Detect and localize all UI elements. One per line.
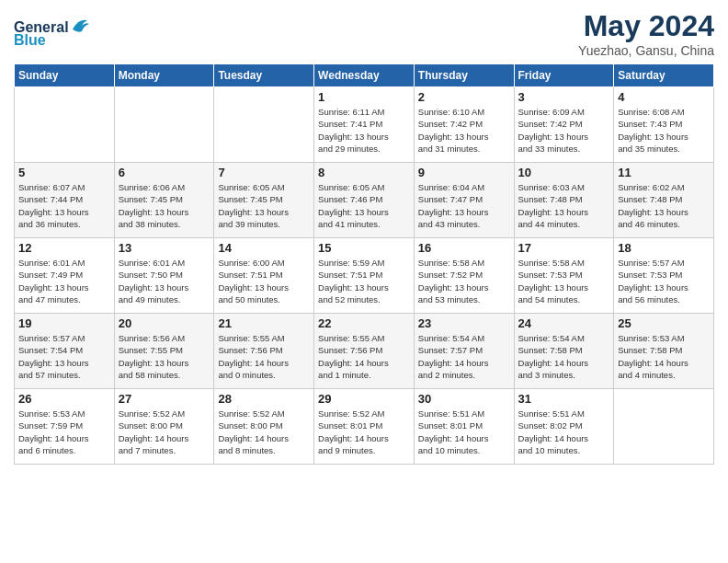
day-info: Sunrise: 5:53 AM Sunset: 7:58 PM Dayligh… (618, 332, 710, 381)
calendar-day-cell: 11Sunrise: 6:02 AM Sunset: 7:48 PM Dayli… (614, 163, 714, 238)
day-info: Sunrise: 6:07 AM Sunset: 7:44 PM Dayligh… (18, 181, 110, 230)
day-info: Sunrise: 5:53 AM Sunset: 7:59 PM Dayligh… (18, 408, 110, 456)
day-number: 21 (218, 316, 310, 330)
calendar-table: Sunday Monday Tuesday Wednesday Thursday… (14, 63, 714, 465)
day-info: Sunrise: 6:05 AM Sunset: 7:46 PM Dayligh… (318, 181, 410, 230)
calendar-day-cell: 30Sunrise: 5:51 AM Sunset: 8:01 PM Dayli… (414, 389, 514, 465)
day-number: 1 (318, 90, 410, 104)
day-number: 13 (119, 241, 210, 255)
day-number: 31 (518, 392, 610, 406)
day-info: Sunrise: 5:55 AM Sunset: 7:56 PM Dayligh… (218, 332, 310, 381)
calendar-week-row: 26Sunrise: 5:53 AM Sunset: 7:59 PM Dayli… (15, 389, 714, 465)
location-subtitle: Yuezhao, Gansu, China (578, 43, 714, 58)
calendar-day-cell: 23Sunrise: 5:54 AM Sunset: 7:57 PM Dayli… (414, 314, 514, 389)
col-tuesday: Tuesday (214, 64, 314, 87)
day-number: 9 (418, 166, 510, 179)
calendar-day-cell (114, 87, 214, 163)
page-container: General Blue May 2024 Yuezhao, Gansu, Ch… (0, 0, 728, 474)
calendar-day-cell: 28Sunrise: 5:52 AM Sunset: 8:00 PM Dayli… (214, 389, 314, 465)
calendar-day-cell: 16Sunrise: 5:58 AM Sunset: 7:52 PM Dayli… (414, 238, 514, 314)
month-title: May 2024 (578, 9, 714, 43)
day-info: Sunrise: 6:02 AM Sunset: 7:48 PM Dayligh… (618, 181, 710, 230)
calendar-day-cell: 1Sunrise: 6:11 AM Sunset: 7:41 PM Daylig… (314, 87, 415, 163)
calendar-day-cell: 4Sunrise: 6:08 AM Sunset: 7:43 PM Daylig… (614, 87, 714, 163)
day-number: 28 (218, 392, 310, 406)
calendar-day-cell: 29Sunrise: 5:52 AM Sunset: 8:01 PM Dayli… (314, 389, 415, 465)
day-info: Sunrise: 5:55 AM Sunset: 7:56 PM Dayligh… (318, 332, 410, 381)
calendar-week-row: 12Sunrise: 6:01 AM Sunset: 7:49 PM Dayli… (15, 238, 714, 314)
calendar-day-cell: 10Sunrise: 6:03 AM Sunset: 7:48 PM Dayli… (514, 163, 614, 238)
day-number: 7 (218, 166, 310, 179)
day-info: Sunrise: 5:52 AM Sunset: 8:01 PM Dayligh… (318, 408, 410, 456)
day-number: 22 (318, 316, 410, 330)
day-info: Sunrise: 5:51 AM Sunset: 8:01 PM Dayligh… (418, 408, 510, 456)
day-info: Sunrise: 5:56 AM Sunset: 7:55 PM Dayligh… (119, 332, 210, 381)
calendar-day-cell: 15Sunrise: 5:59 AM Sunset: 7:51 PM Dayli… (314, 238, 415, 314)
calendar-day-cell: 21Sunrise: 5:55 AM Sunset: 7:56 PM Dayli… (214, 314, 314, 389)
day-info: Sunrise: 6:01 AM Sunset: 7:49 PM Dayligh… (18, 257, 110, 305)
day-info: Sunrise: 6:09 AM Sunset: 7:42 PM Dayligh… (518, 106, 610, 155)
day-info: Sunrise: 6:00 AM Sunset: 7:51 PM Dayligh… (218, 257, 310, 305)
day-info: Sunrise: 5:52 AM Sunset: 8:00 PM Dayligh… (218, 408, 310, 456)
day-number: 25 (618, 316, 710, 330)
calendar-day-cell: 20Sunrise: 5:56 AM Sunset: 7:55 PM Dayli… (114, 314, 214, 389)
day-info: Sunrise: 5:51 AM Sunset: 8:02 PM Dayligh… (518, 408, 610, 456)
calendar-day-cell: 3Sunrise: 6:09 AM Sunset: 7:42 PM Daylig… (514, 87, 614, 163)
calendar-day-cell: 31Sunrise: 5:51 AM Sunset: 8:02 PM Dayli… (514, 389, 614, 465)
day-number: 15 (318, 241, 410, 255)
calendar-day-cell: 27Sunrise: 5:52 AM Sunset: 8:00 PM Dayli… (114, 389, 214, 465)
calendar-day-cell: 22Sunrise: 5:55 AM Sunset: 7:56 PM Dayli… (314, 314, 415, 389)
day-info: Sunrise: 6:10 AM Sunset: 7:42 PM Dayligh… (418, 106, 510, 155)
logo-blue: Blue (14, 32, 46, 49)
col-saturday: Saturday (614, 64, 714, 87)
day-number: 4 (618, 90, 710, 104)
day-number: 19 (18, 316, 110, 330)
col-sunday: Sunday (15, 64, 115, 87)
day-number: 23 (418, 316, 510, 330)
day-info: Sunrise: 5:59 AM Sunset: 7:51 PM Dayligh… (318, 257, 410, 305)
day-info: Sunrise: 5:58 AM Sunset: 7:52 PM Dayligh… (418, 257, 510, 305)
calendar-week-row: 5Sunrise: 6:07 AM Sunset: 7:44 PM Daylig… (15, 163, 714, 238)
calendar-day-cell: 2Sunrise: 6:10 AM Sunset: 7:42 PM Daylig… (414, 87, 514, 163)
day-number: 24 (518, 316, 610, 330)
day-number: 5 (18, 166, 110, 179)
day-info: Sunrise: 6:04 AM Sunset: 7:47 PM Dayligh… (418, 181, 510, 230)
col-monday: Monday (114, 64, 214, 87)
day-number: 20 (119, 316, 210, 330)
day-number: 10 (518, 166, 610, 179)
calendar-day-cell (614, 389, 714, 465)
calendar-day-cell: 8Sunrise: 6:05 AM Sunset: 7:46 PM Daylig… (314, 163, 415, 238)
calendar-day-cell: 24Sunrise: 5:54 AM Sunset: 7:58 PM Dayli… (514, 314, 614, 389)
day-number: 8 (318, 166, 410, 179)
day-info: Sunrise: 5:58 AM Sunset: 7:53 PM Dayligh… (518, 257, 610, 305)
day-info: Sunrise: 6:08 AM Sunset: 7:43 PM Dayligh… (618, 106, 710, 155)
day-number: 6 (119, 166, 210, 179)
calendar-day-cell: 7Sunrise: 6:05 AM Sunset: 7:45 PM Daylig… (214, 163, 314, 238)
day-number: 3 (518, 90, 610, 104)
header: General Blue May 2024 Yuezhao, Gansu, Ch… (14, 9, 714, 58)
day-number: 30 (418, 392, 510, 406)
day-number: 12 (18, 241, 110, 255)
col-thursday: Thursday (414, 64, 514, 87)
day-number: 26 (18, 392, 110, 406)
calendar-day-cell: 17Sunrise: 5:58 AM Sunset: 7:53 PM Dayli… (514, 238, 614, 314)
day-info: Sunrise: 5:54 AM Sunset: 7:58 PM Dayligh… (518, 332, 610, 381)
col-friday: Friday (514, 64, 614, 87)
calendar-day-cell: 14Sunrise: 6:00 AM Sunset: 7:51 PM Dayli… (214, 238, 314, 314)
day-info: Sunrise: 5:57 AM Sunset: 7:53 PM Dayligh… (618, 257, 710, 305)
day-info: Sunrise: 6:06 AM Sunset: 7:45 PM Dayligh… (119, 181, 210, 230)
day-info: Sunrise: 6:11 AM Sunset: 7:41 PM Dayligh… (318, 106, 410, 155)
logo: General Blue (14, 19, 91, 49)
day-number: 16 (418, 241, 510, 255)
day-info: Sunrise: 6:01 AM Sunset: 7:50 PM Dayligh… (119, 257, 210, 305)
calendar-day-cell: 19Sunrise: 5:57 AM Sunset: 7:54 PM Dayli… (15, 314, 115, 389)
col-wednesday: Wednesday (314, 64, 415, 87)
day-number: 11 (618, 166, 710, 179)
calendar-day-cell: 9Sunrise: 6:04 AM Sunset: 7:47 PM Daylig… (414, 163, 514, 238)
day-number: 27 (119, 392, 210, 406)
calendar-day-cell: 13Sunrise: 6:01 AM Sunset: 7:50 PM Dayli… (114, 238, 214, 314)
calendar-day-cell: 25Sunrise: 5:53 AM Sunset: 7:58 PM Dayli… (614, 314, 714, 389)
day-info: Sunrise: 6:03 AM Sunset: 7:48 PM Dayligh… (518, 181, 610, 230)
day-number: 14 (218, 241, 310, 255)
calendar-header-row: Sunday Monday Tuesday Wednesday Thursday… (15, 64, 714, 87)
